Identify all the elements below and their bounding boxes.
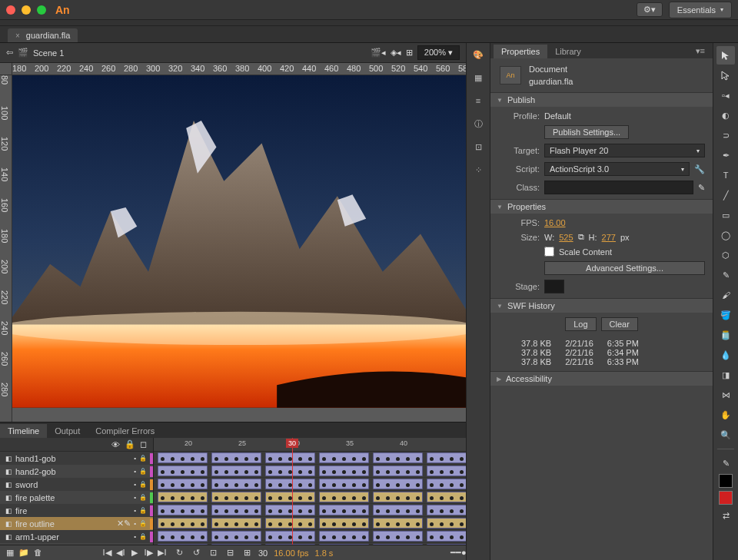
frame-span[interactable] bbox=[373, 544, 423, 545]
lock-dot[interactable]: 🔒 bbox=[139, 455, 147, 462]
layer-color[interactable] bbox=[150, 466, 153, 477]
3d-rotation-tool[interactable]: ◐ bbox=[716, 106, 735, 124]
frame-span[interactable] bbox=[211, 544, 261, 545]
oval-tool[interactable]: ◯ bbox=[716, 226, 735, 244]
stage-canvas[interactable] bbox=[12, 75, 466, 422]
width-input[interactable]: 525 bbox=[559, 233, 573, 242]
frame-span[interactable] bbox=[265, 492, 315, 502]
clear-button[interactable]: Clear bbox=[601, 317, 638, 331]
visibility-dot[interactable]: • bbox=[134, 455, 136, 462]
edit-multiple-button[interactable]: ⊞ bbox=[241, 548, 252, 558]
pencil-tool[interactable]: ✎ bbox=[716, 266, 735, 284]
lock-dot[interactable]: 🔒 bbox=[139, 481, 147, 488]
center-frame-button[interactable]: ↻ bbox=[174, 548, 184, 558]
edit-symbol-icon[interactable]: ◈◂ bbox=[391, 48, 401, 58]
paint-bucket-tool[interactable]: 🪣 bbox=[716, 306, 735, 324]
frame-span[interactable] bbox=[427, 479, 466, 489]
pen-tool[interactable]: ✒ bbox=[716, 146, 735, 164]
frame-span[interactable] bbox=[319, 492, 369, 502]
frame-span[interactable] bbox=[211, 505, 261, 515]
frame-span[interactable] bbox=[265, 518, 315, 529]
frame-span[interactable] bbox=[158, 505, 208, 515]
zoom-tool[interactable]: 🔍 bbox=[716, 426, 735, 444]
layer-color[interactable] bbox=[150, 532, 153, 542]
fill-color-swatch[interactable] bbox=[719, 491, 733, 505]
layer-row[interactable]: ◧fire•🔒 bbox=[0, 504, 153, 517]
frame-span[interactable] bbox=[211, 531, 261, 542]
visibility-dot[interactable]: • bbox=[134, 494, 136, 501]
edit-scene-icon[interactable]: 🎬◂ bbox=[371, 48, 386, 58]
layer-color[interactable] bbox=[150, 453, 153, 464]
frame-span[interactable] bbox=[265, 505, 315, 515]
tab-properties[interactable]: Properties bbox=[494, 45, 547, 58]
track[interactable] bbox=[154, 530, 466, 543]
edit-class-icon[interactable]: ✎ bbox=[698, 183, 705, 193]
layer-row[interactable]: ◧fire outline✕✎•🔒 bbox=[0, 517, 153, 530]
tab-timeline[interactable]: Timeline bbox=[0, 424, 47, 438]
frame-span[interactable] bbox=[265, 452, 315, 463]
frame-span[interactable] bbox=[427, 505, 466, 515]
track[interactable] bbox=[154, 452, 466, 465]
track[interactable] bbox=[154, 478, 466, 491]
workspace-selector[interactable]: Essentials ▾ bbox=[669, 2, 732, 18]
tab-library[interactable]: Library bbox=[547, 45, 589, 58]
layer-row[interactable]: ◧arm1-upper•🔒 bbox=[0, 530, 153, 543]
line-tool[interactable]: ╱ bbox=[716, 186, 735, 204]
frame-span[interactable] bbox=[427, 492, 466, 502]
sync-settings-button[interactable]: ⚙▾ bbox=[637, 2, 663, 17]
frames-area[interactable]: 2025303540 30 bbox=[154, 438, 466, 545]
close-window-button[interactable] bbox=[6, 5, 15, 15]
height-input[interactable]: 277 bbox=[602, 233, 616, 242]
onion-outline-button[interactable]: ⊟ bbox=[224, 548, 235, 558]
frame-span[interactable] bbox=[211, 492, 261, 502]
visibility-dot[interactable]: • bbox=[134, 507, 136, 514]
stroke-color-swatch[interactable] bbox=[719, 474, 733, 488]
visibility-dot[interactable]: • bbox=[134, 481, 136, 488]
link-dimensions-icon[interactable]: ⧉ bbox=[578, 232, 584, 242]
minimize-window-button[interactable] bbox=[22, 5, 31, 15]
frame-span[interactable] bbox=[158, 518, 208, 529]
maximize-window-button[interactable] bbox=[37, 5, 46, 15]
info-panel-icon[interactable]: ⓘ bbox=[471, 117, 485, 131]
eraser-tool[interactable]: ◨ bbox=[716, 366, 735, 384]
frame-span[interactable] bbox=[319, 466, 369, 476]
frame-span[interactable] bbox=[373, 518, 423, 529]
wrench-icon[interactable]: 🔧 bbox=[694, 164, 705, 174]
publish-settings-button[interactable]: Publish Settings... bbox=[544, 125, 629, 139]
layer-row[interactable]: ◧fire palette•🔒 bbox=[0, 491, 153, 504]
history-panel-icon[interactable]: ⁘ bbox=[471, 163, 485, 177]
frame-span[interactable] bbox=[211, 479, 261, 489]
lock-dot[interactable]: 🔒 bbox=[139, 494, 147, 501]
color-panel-icon[interactable]: 🎨 bbox=[471, 48, 485, 61]
frame-span[interactable] bbox=[319, 479, 369, 489]
visibility-dot[interactable]: • bbox=[134, 468, 136, 475]
stroke-color-picker[interactable]: ✎ bbox=[716, 454, 735, 472]
lock-icon[interactable]: 🔒 bbox=[125, 439, 135, 449]
fit-icon[interactable]: ⊞ bbox=[406, 48, 413, 58]
frame-span[interactable] bbox=[427, 518, 466, 529]
back-button[interactable]: ⇦ bbox=[6, 48, 13, 58]
lock-dot[interactable]: 🔒 bbox=[139, 520, 147, 527]
swap-colors-button[interactable]: ⇄ bbox=[716, 506, 735, 525]
rectangle-tool[interactable]: ▭ bbox=[716, 206, 735, 224]
accessibility-header[interactable]: ▶Accessibility bbox=[490, 372, 713, 386]
frame-span[interactable] bbox=[427, 544, 466, 545]
prev-frame-button[interactable]: ◀I bbox=[115, 548, 126, 558]
align-panel-icon[interactable]: ≡ bbox=[471, 94, 485, 108]
new-folder-button[interactable]: 📁 bbox=[18, 548, 29, 558]
frame-span[interactable] bbox=[373, 505, 423, 515]
frame-span[interactable] bbox=[427, 466, 466, 476]
frame-ruler[interactable]: 2025303540 bbox=[154, 438, 466, 452]
width-tool[interactable]: ⋈ bbox=[716, 386, 735, 404]
layer-row[interactable]: ◧hand1-gob•🔒 bbox=[0, 452, 153, 465]
frame-span[interactable] bbox=[373, 452, 423, 463]
frame-span[interactable] bbox=[373, 479, 423, 489]
visibility-icon[interactable]: 👁 bbox=[111, 440, 120, 449]
brush-tool[interactable]: 🖌 bbox=[716, 286, 735, 304]
advanced-settings-button[interactable]: Advanced Settings... bbox=[544, 261, 705, 275]
close-tab-icon[interactable]: × bbox=[15, 31, 20, 40]
layer-color[interactable] bbox=[150, 505, 153, 516]
track[interactable] bbox=[154, 543, 466, 545]
zoom-input[interactable]: 200% ▾ bbox=[417, 45, 460, 60]
free-transform-tool[interactable]: ▫◂ bbox=[716, 86, 735, 104]
